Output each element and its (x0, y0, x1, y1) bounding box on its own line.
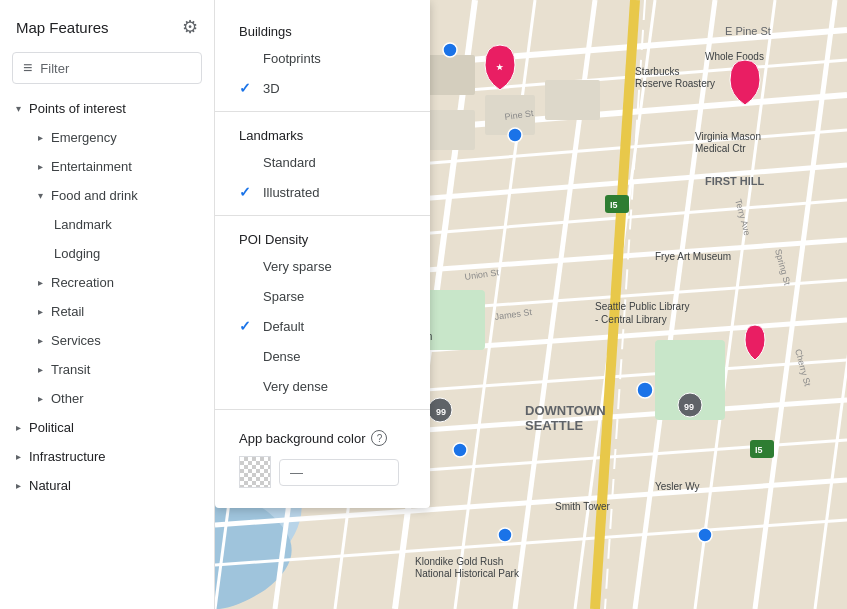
dropdown-item-sparse[interactable]: Sparse (215, 281, 430, 311)
dropdown-item-label: Very sparse (263, 259, 332, 274)
svg-text:Frye Art Museum: Frye Art Museum (655, 251, 731, 262)
sidebar-item-landmark[interactable]: Landmark (0, 210, 214, 239)
sidebar-item-retail[interactable]: ▸ Retail (0, 297, 214, 326)
divider-2 (215, 215, 430, 216)
sidebar-item-label: Natural (29, 478, 71, 493)
svg-text:Medical Ctr: Medical Ctr (695, 143, 746, 154)
svg-text:DOWNTOWN: DOWNTOWN (525, 403, 606, 418)
dropdown-item-label: Sparse (263, 289, 304, 304)
chevron-right-icon: ▸ (38, 132, 43, 143)
gear-icon[interactable]: ⚙ (182, 16, 198, 38)
dropdown-item-illustrated[interactable]: ✓ Illustrated (215, 177, 430, 207)
filter-row: ≡ Filter (0, 46, 214, 94)
svg-text:99: 99 (684, 402, 694, 412)
dropdown-item-3d[interactable]: ✓ 3D (215, 73, 430, 103)
sidebar-item-label: Entertainment (51, 159, 132, 174)
check-icon-footprints (239, 50, 255, 66)
chevron-right-icon: ▸ (16, 451, 21, 462)
divider-1 (215, 111, 430, 112)
dropdown-item-label: Standard (263, 155, 316, 170)
svg-text:E Pine St: E Pine St (725, 25, 771, 37)
dropdown-item-very-sparse[interactable]: Very sparse (215, 251, 430, 281)
sidebar-item-entertainment[interactable]: ▸ Entertainment (0, 152, 214, 181)
sidebar-item-political[interactable]: ▸ Political (0, 413, 214, 442)
check-icon-illustrated: ✓ (239, 184, 255, 200)
dropdown-item-default[interactable]: ✓ Default (215, 311, 430, 341)
filter-icon: ≡ (23, 59, 32, 77)
svg-rect-30 (425, 55, 475, 95)
color-value: — (290, 465, 303, 480)
sidebar-item-food-and-drink[interactable]: ▾ Food and drink (0, 181, 214, 210)
sidebar-item-label: Retail (51, 304, 84, 319)
sidebar-item-other[interactable]: ▸ Other (0, 384, 214, 413)
check-icon-very-sparse (239, 258, 255, 274)
svg-point-71 (453, 443, 467, 457)
svg-text:Seattle Public Library: Seattle Public Library (595, 301, 690, 312)
sidebar-item-label: Recreation (51, 275, 114, 290)
dropdown-item-label: Default (263, 319, 304, 334)
dropdown-item-label: Illustrated (263, 185, 319, 200)
svg-text:Reserve Roastery: Reserve Roastery (635, 78, 715, 89)
chevron-right-icon: ▸ (38, 277, 43, 288)
sidebar-item-infrastructure[interactable]: ▸ Infrastructure (0, 442, 214, 471)
dropdown-item-label: Footprints (263, 51, 321, 66)
sidebar-item-emergency[interactable]: ▸ Emergency (0, 123, 214, 152)
buildings-section-title: Buildings (215, 16, 430, 43)
chevron-down-icon: ▾ (38, 190, 43, 201)
sidebar-item-label: Emergency (51, 130, 117, 145)
map-area[interactable]: E Pine St Westlake Center Whole Foods Vi… (215, 0, 847, 609)
sidebar-item-label: Services (51, 333, 101, 348)
sidebar-item-label: Landmark (54, 217, 112, 232)
svg-point-72 (498, 528, 512, 542)
svg-text:Virginia Mason: Virginia Mason (695, 131, 761, 142)
dropdown-item-very-dense[interactable]: Very dense (215, 371, 430, 401)
help-icon[interactable]: ? (371, 430, 387, 446)
dropdown-item-label: 3D (263, 81, 280, 96)
dropdown-item-standard[interactable]: Standard (215, 147, 430, 177)
sidebar-item-transit[interactable]: ▸ Transit (0, 355, 214, 384)
app-bg-label: App background color ? (239, 430, 406, 446)
sidebar-item-label: Other (51, 391, 84, 406)
dropdown-panel: Buildings Footprints ✓ 3D Landmarks Stan… (215, 0, 430, 508)
nav-section: ▾ Points of interest ▸ Emergency ▸ Enter… (0, 94, 214, 500)
svg-text:Yesler Wy: Yesler Wy (655, 481, 700, 492)
chevron-right-icon: ▸ (38, 161, 43, 172)
dropdown-item-footprints[interactable]: Footprints (215, 43, 430, 73)
svg-rect-33 (425, 110, 475, 150)
dropdown-item-dense[interactable]: Dense (215, 341, 430, 371)
color-input[interactable]: — (279, 459, 399, 486)
chevron-right-icon: ▸ (16, 480, 21, 491)
svg-point-74 (698, 528, 712, 542)
sidebar-header: Map Features ⚙ (0, 0, 214, 46)
help-icon-label: ? (377, 433, 383, 444)
chevron-right-icon: ▸ (38, 364, 43, 375)
svg-text:Starbucks: Starbucks (635, 66, 679, 77)
sidebar-item-recreation[interactable]: ▸ Recreation (0, 268, 214, 297)
color-swatch-transparent[interactable] (239, 456, 271, 488)
sidebar: Map Features ⚙ ≡ Filter ▾ Points of inte… (0, 0, 215, 609)
svg-text:I5: I5 (755, 445, 763, 455)
sidebar-item-label: Political (29, 420, 74, 435)
check-icon-very-dense (239, 378, 255, 394)
svg-text:Whole Foods: Whole Foods (705, 51, 764, 62)
filter-input[interactable]: ≡ Filter (12, 52, 202, 84)
svg-text:★: ★ (496, 63, 504, 72)
sidebar-title: Map Features (16, 19, 109, 36)
sidebar-item-label: Points of interest (29, 101, 126, 116)
sidebar-item-points-of-interest[interactable]: ▾ Points of interest (0, 94, 214, 123)
sidebar-item-natural[interactable]: ▸ Natural (0, 471, 214, 500)
sidebar-item-lodging[interactable]: Lodging (0, 239, 214, 268)
chevron-down-icon: ▾ (16, 103, 21, 114)
svg-rect-35 (545, 80, 600, 120)
app-bg-label-text: App background color (239, 431, 365, 446)
divider-3 (215, 409, 430, 410)
poi-density-section-title: POI Density (215, 224, 430, 251)
svg-point-73 (637, 382, 653, 398)
svg-point-67 (508, 128, 522, 142)
svg-text:Klondike Gold Rush: Klondike Gold Rush (415, 556, 503, 567)
chevron-right-icon: ▸ (38, 393, 43, 404)
svg-text:- Central Library: - Central Library (595, 314, 667, 325)
sidebar-item-label: Transit (51, 362, 90, 377)
sidebar-item-services[interactable]: ▸ Services (0, 326, 214, 355)
sidebar-item-label: Food and drink (51, 188, 138, 203)
